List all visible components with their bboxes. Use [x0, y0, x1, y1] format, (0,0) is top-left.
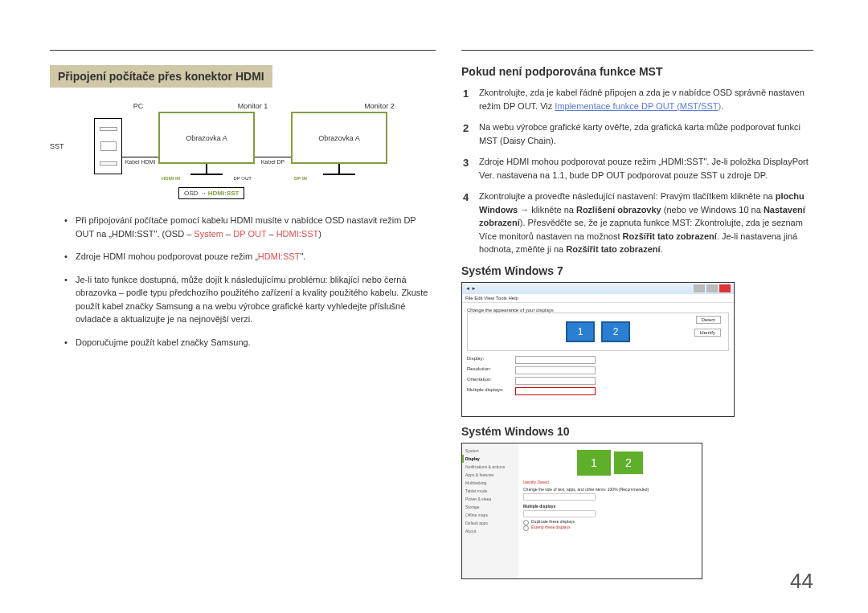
step-2: Na webu výrobce grafické karty ověřte, z…	[461, 121, 813, 147]
win7-monitor-1-icon: 1	[566, 321, 595, 342]
osd-note: OSD → HDMI:SST	[178, 187, 244, 199]
label-sst: SST	[50, 142, 94, 150]
bullet-3: Je-li tato funkce dostupná, může dojít k…	[64, 273, 436, 326]
win10-monitor-1-icon: 1	[577, 450, 611, 476]
link-dpout-impl[interactable]: Implementace funkce DP OUT (MST/SST)	[555, 101, 721, 111]
win10-screenshot: System Display Notifications & actions A…	[461, 443, 702, 579]
win10-heading: Systém Windows 10	[461, 425, 813, 438]
step-3: Zdroje HDMI mohou podporovat pouze režim…	[461, 155, 813, 182]
win10-multi-displays-field[interactable]	[523, 510, 596, 517]
monitor1-icon: Obrazovka A HDMI IN DP OUT	[158, 112, 255, 181]
identify-button[interactable]: Identify	[694, 329, 721, 337]
win10-sidebar: System Display Notifications & actions A…	[462, 443, 518, 578]
bullet-4: Doporučujme použít kabel značky Samsung.	[64, 336, 436, 349]
page-number: 44	[790, 569, 813, 594]
sidebar-item-display[interactable]: Display	[465, 455, 515, 463]
win7-monitor-2-icon: 2	[601, 321, 630, 342]
pc-icon	[94, 118, 122, 174]
monitor2-icon: Obrazovka A DP IN	[291, 112, 387, 181]
mst-heading: Pokud není podporována funkce MST	[461, 65, 813, 78]
mst-steps: Zkontrolujte, zda je kabel řádně připoje…	[461, 86, 813, 256]
label-kabel-dp: Kabel DP	[255, 159, 291, 165]
detect-button[interactable]: Detect	[696, 316, 721, 324]
win10-monitor-2-icon: 2	[614, 452, 643, 474]
left-bullet-list: Při připojování počítače pomocí kabelu H…	[50, 214, 436, 349]
left-heading: Připojení počítače přes konektor HDMI	[50, 65, 272, 88]
win7-screenshot: ◄ ► File Edit View Tools Help Change the…	[461, 282, 735, 417]
step-4: Zkontrolujte a proveďte následující nast…	[461, 190, 813, 256]
bullet-1: Při připojování počítače pomocí kabelu H…	[64, 214, 436, 240]
step-1: Zkontrolujte, zda je kabel řádně připoje…	[461, 86, 813, 112]
bullet-2: Zdroje HDMI mohou podporovat pouze režim…	[64, 250, 436, 264]
label-monitor1: Monitor 1	[182, 102, 323, 110]
label-kabel-hdmi: Kabel HDMI	[122, 159, 158, 165]
label-monitor2: Monitor 2	[323, 102, 436, 110]
win7-heading: Systém Windows 7	[461, 264, 813, 277]
label-pc: PC	[94, 102, 182, 110]
connection-diagram: PC Monitor 1 Monitor 2 SST Kabel HDMI Ob…	[50, 102, 436, 199]
win7-multi-displays-field[interactable]	[515, 387, 596, 395]
